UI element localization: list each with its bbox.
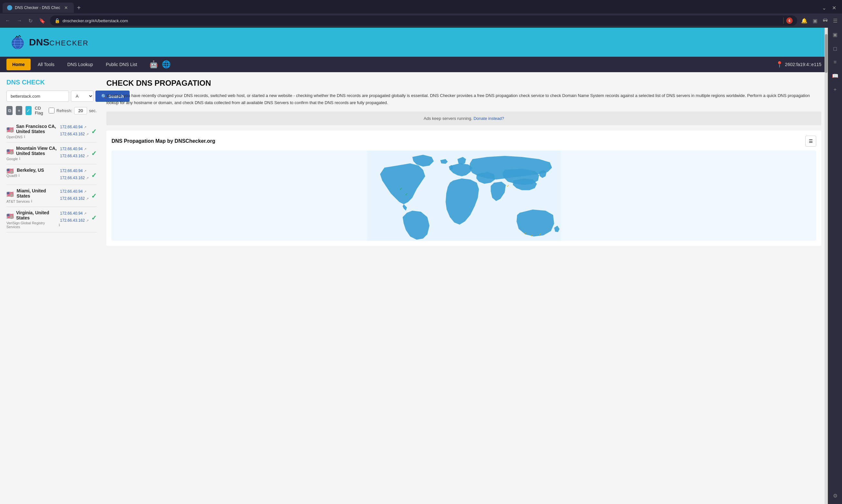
propagation-desc: Whether you have recently changed your D… <box>106 92 821 106</box>
reload-button[interactable]: ↻ <box>26 16 35 25</box>
status-check-icon: ✓ <box>91 128 97 136</box>
nav-bar: Home All Tools DNS Lookup Public DNS Lis… <box>0 57 828 72</box>
info-icon[interactable]: ℹ <box>18 173 20 178</box>
flag-icon: 🇺🇸 <box>6 126 14 131</box>
cd-flag-label: CD Flag <box>35 106 46 115</box>
logo-container[interactable]: DNS CHECKER <box>10 34 89 50</box>
dns-result-left: 🇺🇸 Virginia, United States VeriSign Glob… <box>6 210 60 229</box>
donate-link[interactable]: Donate instead? <box>473 116 504 121</box>
sidebar-icon-1[interactable]: ▣ <box>831 30 839 39</box>
window-close-button[interactable]: ✕ <box>829 3 839 12</box>
ip-link-1[interactable]: 172.66.40.94 <box>60 210 83 217</box>
url-display[interactable]: dnschecker.org/#A/betterstack.com <box>62 18 781 23</box>
provider-name: Google <box>6 157 18 161</box>
sidebar-add-icon[interactable]: + <box>832 85 838 94</box>
scrollbar[interactable] <box>825 28 828 504</box>
ip-link-1[interactable]: 172.66.40.94 <box>60 124 83 131</box>
dns-check-title: DNS CHECK <box>6 79 97 86</box>
external-link-icon-2: ↗ <box>86 176 89 180</box>
record-type-select[interactable]: A AAAA CNAME MX TXT <box>71 91 93 102</box>
cd-flag-check[interactable]: ✓ <box>25 106 32 115</box>
nav-home[interactable]: Home <box>6 59 31 70</box>
sidebar-toggle-icon[interactable]: ▣ <box>811 16 819 25</box>
info-icon[interactable]: ℹ <box>24 135 25 139</box>
status-check-icon: ✓ <box>91 192 97 200</box>
right-panel: CHECK DNS PROPAGATION Whether you have r… <box>103 79 821 504</box>
refresh-checkbox[interactable] <box>49 108 54 113</box>
info-icon[interactable]: ℹ <box>19 157 20 161</box>
location-info: 🇺🇸 San Francisco CA, United States <box>6 124 60 134</box>
location-info: 🇺🇸 Miami, United States <box>6 188 60 198</box>
ip-link-1[interactable]: 172.66.40.94 <box>60 146 83 153</box>
external-link-icon-1: ↗ <box>84 169 86 173</box>
chrome-icon[interactable]: 🌐 <box>162 60 171 69</box>
filter-add-button[interactable]: + <box>16 106 22 115</box>
external-link-icon-2: ↗ <box>86 154 89 158</box>
svg-text:✓: ✓ <box>524 232 527 235</box>
refresh-input[interactable] <box>74 107 87 114</box>
nav-icons: 🤖 🌐 <box>149 60 171 69</box>
external-link-icon-2: ↗ <box>86 197 89 200</box>
dns-result-item: 🇺🇸 San Francisco CA, United States OpenD… <box>6 121 97 142</box>
dns-result-top: 🇺🇸 Berkeley, US Quad9 ℹ <box>6 167 97 181</box>
external-link-icon-2: ↗ <box>86 132 89 136</box>
dns-result-item: 🇺🇸 Miami, United States AT&T Services ℹ <box>6 185 97 207</box>
status-check-icon: ✓ <box>91 149 97 157</box>
nav-dns-lookup[interactable]: DNS Lookup <box>61 59 98 70</box>
dns-result-item: 🇺🇸 Virginia, United States VeriSign Glob… <box>6 207 97 232</box>
browser-right-sidebar: ▣ ◻ ≡ 📖 + ⚙ <box>828 28 842 504</box>
domain-input[interactable] <box>6 91 69 102</box>
address-bar[interactable]: 🔒 dnschecker.org/#A/betterstack.com 6 <box>50 16 797 26</box>
status-check-icon: ✓ <box>91 214 97 222</box>
map-menu-button[interactable]: ☰ <box>805 136 816 147</box>
tab-menu-button[interactable]: ⌄ <box>820 3 829 12</box>
ip-links: 172.66.40.94 ↗ 172.66.43.162 ↗ <box>60 167 89 181</box>
dns-result-top: 🇺🇸 Mountain View CA, United States Googl… <box>6 146 97 161</box>
ads-text: Ads keep servers running. <box>424 116 472 121</box>
sidebar-icon-3[interactable]: ≡ <box>832 58 838 66</box>
status-check-icon: ✓ <box>91 172 97 179</box>
dns-results-list: 🇺🇸 San Francisco CA, United States OpenD… <box>6 121 97 232</box>
tab-favicon <box>7 5 12 10</box>
tab-label: DNS Checker - DNS Chec <box>15 5 60 10</box>
ip-link-2[interactable]: 172.66.43.162 <box>60 195 85 202</box>
back-button[interactable]: ← <box>3 16 12 25</box>
main-content: DNS CHECK A AAAA CNAME MX TXT 🔍 Search <box>0 72 828 504</box>
filter-row: ⧉ + ✓ CD Flag Refresh: sec. <box>6 106 97 115</box>
map-section: DNS Propagation Map by DNSChecker.org ☰ <box>106 130 821 246</box>
ip-link-2[interactable]: 172.66.43.162 <box>60 153 85 160</box>
forward-button[interactable]: → <box>15 16 24 25</box>
world-map-svg: ✓ ✓ ✓ ✓ ✓ ✓ <box>111 150 816 241</box>
nav-all-tools[interactable]: All Tools <box>32 59 60 70</box>
provider-name: OpenDNS <box>6 135 22 139</box>
scroll-thumb[interactable] <box>825 34 827 73</box>
sidebar-gear-icon[interactable]: ⚙ <box>833 493 838 499</box>
ip-link-2[interactable]: 172.66.43.162 <box>60 217 85 224</box>
ip-links: 172.66.40.94 ↗ 172.66.43.162 ↗ <box>60 210 89 224</box>
sidebar-icon-2[interactable]: ◻ <box>832 44 839 53</box>
ip-link-2[interactable]: 172.66.43.162 <box>60 175 85 182</box>
address-bar-row: ← → ↻ 🔖 🔒 dnschecker.org/#A/betterstack.… <box>0 14 842 28</box>
tab-close-button[interactable]: ✕ <box>63 4 69 11</box>
flag-icon: 🇺🇸 <box>6 213 14 218</box>
left-panel: DNS CHECK A AAAA CNAME MX TXT 🔍 Search <box>6 79 103 504</box>
external-link-icon-1: ↗ <box>84 125 86 129</box>
ip-link-2[interactable]: 172.66.43.162 <box>60 131 85 138</box>
bookmark-button[interactable]: 🔖 <box>37 16 48 25</box>
shield-icon[interactable]: 6 <box>786 17 793 24</box>
toolbar-icon-1[interactable]: 🔔 <box>800 16 809 25</box>
new-tab-button[interactable]: + <box>74 3 84 13</box>
provider-name: Quad9 <box>6 174 17 178</box>
nav-public-dns[interactable]: Public DNS List <box>100 59 143 70</box>
filter-sliders-button[interactable]: ⧉ <box>6 106 13 115</box>
external-link-icon-2: ↗ <box>86 219 89 222</box>
android-icon[interactable]: 🤖 <box>149 60 158 69</box>
ip-link-1[interactable]: 172.66.40.94 <box>60 188 83 195</box>
reader-icon[interactable]: 🕶 <box>821 16 829 25</box>
info-icon[interactable]: ℹ <box>31 199 32 203</box>
external-link-icon-1: ↗ <box>84 190 86 193</box>
active-tab[interactable]: DNS Checker - DNS Chec ✕ <box>3 3 74 13</box>
sidebar-icon-4[interactable]: 📖 <box>831 72 840 80</box>
ip-link-1[interactable]: 172.66.40.94 <box>60 167 83 175</box>
menu-icon[interactable]: ☰ <box>832 16 839 25</box>
